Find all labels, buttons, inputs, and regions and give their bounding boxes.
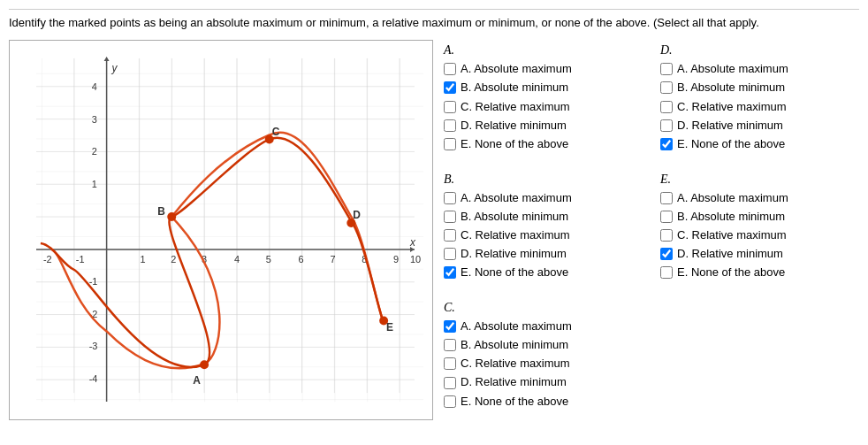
checkbox-C_d[interactable] [444, 377, 456, 389]
label-A_e: E. None of the above [461, 136, 568, 152]
checkbox-B_a[interactable] [444, 192, 456, 204]
checkbox-D_a[interactable] [660, 63, 673, 75]
checkbox-B_d[interactable] [444, 248, 456, 260]
checkbox-D_b[interactable] [660, 81, 673, 94]
checkbox-B_b[interactable] [444, 211, 456, 223]
option-group-B: B.A. Absolute maximumB. Absolute minimum… [444, 169, 643, 292]
label-D_d: D. Relative minimum [677, 118, 783, 134]
label-D_e: E. None of the above [677, 136, 785, 152]
label-C_e: E. None of the above [461, 394, 568, 410]
option-item-B_a: A. Absolute maximum [444, 190, 643, 206]
checkbox-A_a[interactable] [444, 63, 456, 75]
svg-text:B: B [157, 205, 165, 218]
svg-text:-4: -4 [89, 373, 98, 384]
label-D_a: A. Absolute maximum [677, 61, 788, 77]
label-E_b: B. Absolute minimum [677, 209, 785, 225]
svg-text:1: 1 [92, 179, 97, 189]
svg-text:A: A [193, 374, 201, 387]
option-item-D_c: C. Relative maximum [660, 99, 859, 115]
group-label-A: A. [444, 43, 643, 58]
option-item-D_e: E. None of the above [660, 136, 859, 152]
svg-text:E: E [386, 322, 393, 334]
option-item-A_b: B. Absolute minimum [444, 80, 643, 96]
label-C_c: C. Relative maximum [461, 356, 570, 372]
svg-text:1: 1 [140, 254, 145, 265]
option-item-E_e: E. None of the above [660, 265, 859, 280]
checkbox-C_a[interactable] [444, 320, 456, 333]
label-B_a: A. Absolute maximum [461, 190, 572, 206]
option-item-B_e: E. None of the above [444, 265, 643, 280]
label-A_a: A. Absolute maximum [461, 61, 572, 77]
label-C_a: A. Absolute maximum [461, 318, 572, 334]
label-E_d: D. Relative minimum [677, 246, 783, 262]
group-label-E: E. [660, 173, 859, 187]
svg-text:2: 2 [92, 147, 97, 157]
group-label-C: C. [444, 301, 643, 315]
option-item-B_d: D. Relative minimum [444, 246, 643, 262]
label-A_d: D. Relative minimum [461, 118, 567, 134]
checkbox-C_b[interactable] [444, 339, 456, 351]
checkbox-B_e[interactable] [444, 266, 456, 279]
checkbox-C_e[interactable] [444, 395, 456, 408]
svg-text:4: 4 [92, 81, 97, 92]
point-A [200, 360, 209, 369]
checkbox-D_e[interactable] [660, 138, 673, 150]
checkbox-C_c[interactable] [444, 357, 456, 370]
label-B_b: B. Absolute minimum [461, 209, 568, 225]
option-item-E_c: C. Relative maximum [660, 227, 859, 243]
label-B_e: E. None of the above [461, 265, 568, 280]
option-item-D_d: D. Relative minimum [660, 118, 859, 134]
svg-text:-2: -2 [43, 254, 52, 265]
label-C_b: B. Absolute minimum [461, 337, 568, 353]
option-item-D_b: B. Absolute minimum [660, 80, 859, 96]
label-D_b: B. Absolute minimum [677, 80, 785, 96]
svg-text:-1: -1 [76, 254, 85, 265]
option-item-C_a: A. Absolute maximum [444, 318, 643, 334]
option-item-C_e: E. None of the above [444, 394, 643, 410]
svg-text:y: y [111, 62, 118, 74]
checkbox-A_c[interactable] [444, 101, 456, 113]
option-item-E_d: D. Relative minimum [660, 246, 859, 262]
checkbox-B_c[interactable] [444, 229, 456, 242]
option-item-A_a: A. Absolute maximum [444, 61, 643, 77]
checkbox-E_a[interactable] [660, 192, 673, 204]
graph-container: -2 -1 1 2 3 4 5 6 7 8 9 10 4 3 2 1 -1 -2… [9, 40, 433, 420]
option-item-D_a: A. Absolute maximum [660, 61, 859, 77]
group-label-B: B. [444, 173, 643, 187]
option-item-B_b: B. Absolute minimum [444, 209, 643, 225]
instruction: Identify the marked points as being an a… [9, 9, 859, 31]
svg-text:-3: -3 [89, 341, 98, 352]
options-area: A.A. Absolute maximumB. Absolute minimum… [444, 40, 859, 420]
option-item-B_c: C. Relative maximum [444, 227, 643, 243]
svg-text:7: 7 [330, 254, 335, 265]
option-item-C_b: B. Absolute minimum [444, 337, 643, 353]
option-group-E: E.A. Absolute maximumB. Absolute minimum… [660, 169, 859, 292]
label-B_c: C. Relative maximum [461, 227, 570, 243]
svg-text:-1: -1 [89, 276, 98, 287]
svg-text:D: D [353, 209, 361, 221]
option-item-E_b: B. Absolute minimum [660, 209, 859, 225]
checkbox-E_c[interactable] [660, 229, 673, 242]
point-B [167, 212, 176, 221]
label-A_c: C. Relative maximum [461, 99, 570, 115]
checkbox-D_c[interactable] [660, 101, 673, 113]
checkbox-D_d[interactable] [660, 119, 673, 132]
option-group-D: D.A. Absolute maximumB. Absolute minimum… [660, 40, 859, 163]
option-item-A_c: C. Relative maximum [444, 99, 643, 115]
label-E_c: C. Relative maximum [677, 227, 787, 243]
checkbox-E_d[interactable] [660, 248, 673, 260]
checkbox-A_b[interactable] [444, 81, 456, 94]
label-A_b: B. Absolute minimum [461, 80, 568, 96]
svg-text:5: 5 [266, 254, 271, 265]
option-item-E_a: A. Absolute maximum [660, 190, 859, 206]
group-label-D: D. [660, 43, 859, 58]
svg-text:6: 6 [299, 254, 304, 265]
svg-text:4: 4 [234, 254, 240, 265]
checkbox-E_e[interactable] [660, 266, 673, 279]
svg-text:3: 3 [92, 114, 97, 125]
checkbox-A_d[interactable] [444, 119, 456, 132]
label-C_d: D. Relative minimum [461, 374, 567, 390]
checkbox-E_b[interactable] [660, 211, 673, 223]
svg-text:x: x [409, 236, 416, 249]
checkbox-A_e[interactable] [444, 138, 456, 150]
